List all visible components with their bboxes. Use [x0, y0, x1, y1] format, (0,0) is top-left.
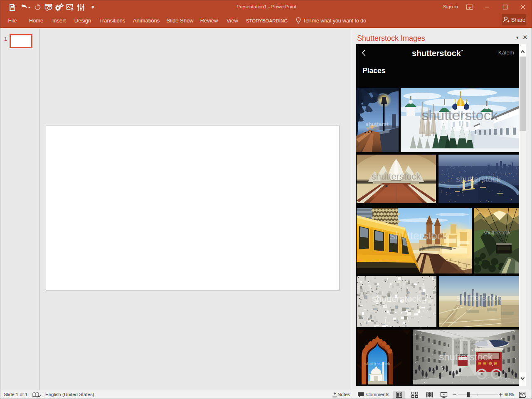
svg-text:shutterst: shutterst [365, 121, 389, 127]
svg-text:shutterstock: shutterstock [421, 107, 498, 123]
svg-text:shutterstock: shutterstock [372, 293, 422, 304]
svg-text:shutterstock: shutterstock [390, 229, 448, 242]
svg-text:shutterstock: shutterstock [439, 351, 493, 362]
svg-text:shutterstock: shutterstock [372, 171, 421, 182]
svg-text:shutterstock: shutterstock [456, 175, 501, 184]
svg-text:shutterstock: shutterstock [456, 293, 502, 303]
svg-text:shutterstock: shutterstock [484, 230, 511, 236]
svg-text:shutterstock: shutterstock [365, 361, 390, 366]
